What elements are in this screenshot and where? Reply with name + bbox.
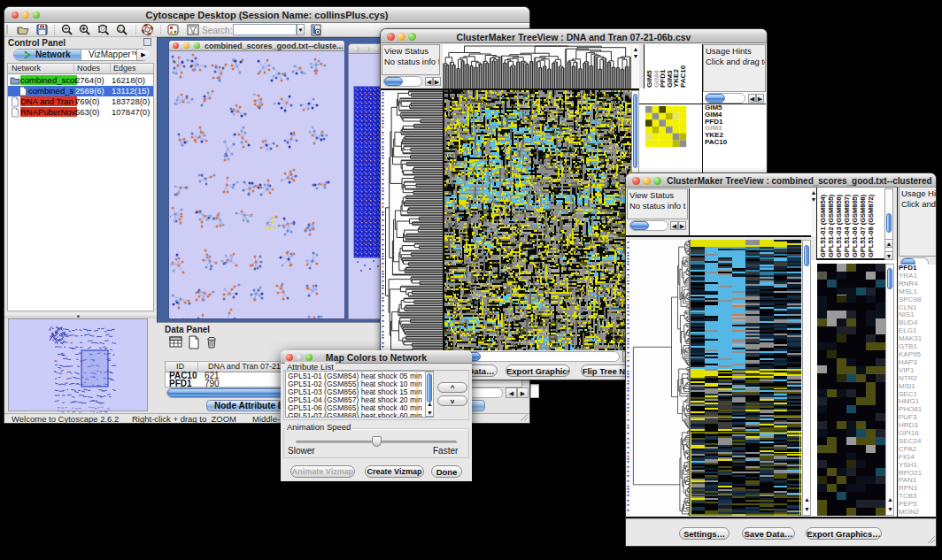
- svg-text:1:1: 1:1: [119, 27, 125, 32]
